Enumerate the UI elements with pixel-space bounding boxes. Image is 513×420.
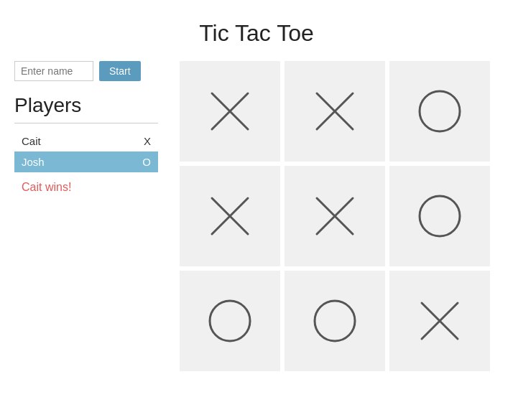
win-message: Cait wins! [14, 181, 158, 194]
svg-point-4 [420, 91, 460, 131]
player-row[interactable]: JoshO [14, 151, 158, 172]
player-mark: O [142, 156, 151, 168]
players-list: CaitXJoshO [14, 131, 158, 172]
cell-4[interactable] [285, 166, 385, 266]
svg-point-10 [210, 301, 250, 341]
svg-point-11 [315, 301, 355, 341]
cell-7[interactable] [285, 271, 385, 371]
cell-6[interactable] [180, 271, 280, 371]
cell-8[interactable] [389, 271, 490, 371]
main-layout: Start Players CaitXJoshO Cait wins! [0, 61, 513, 371]
page-title: Tic Tac Toe [0, 0, 513, 61]
cell-2[interactable] [389, 61, 490, 162]
player-row[interactable]: CaitX [14, 131, 158, 151]
sidebar: Start Players CaitXJoshO Cait wins! [14, 61, 158, 371]
input-row: Start [14, 61, 158, 81]
svg-point-9 [420, 196, 460, 236]
game-board [180, 61, 490, 371]
divider [14, 123, 158, 123]
cell-0[interactable] [180, 61, 280, 162]
name-input[interactable] [14, 61, 93, 81]
start-button[interactable]: Start [99, 61, 141, 81]
cell-3[interactable] [180, 166, 280, 266]
player-mark: X [144, 135, 151, 147]
cell-1[interactable] [285, 61, 385, 162]
player-name: Josh [22, 156, 45, 168]
players-heading: Players [14, 94, 158, 117]
cell-5[interactable] [389, 166, 490, 266]
player-name: Cait [22, 135, 41, 147]
